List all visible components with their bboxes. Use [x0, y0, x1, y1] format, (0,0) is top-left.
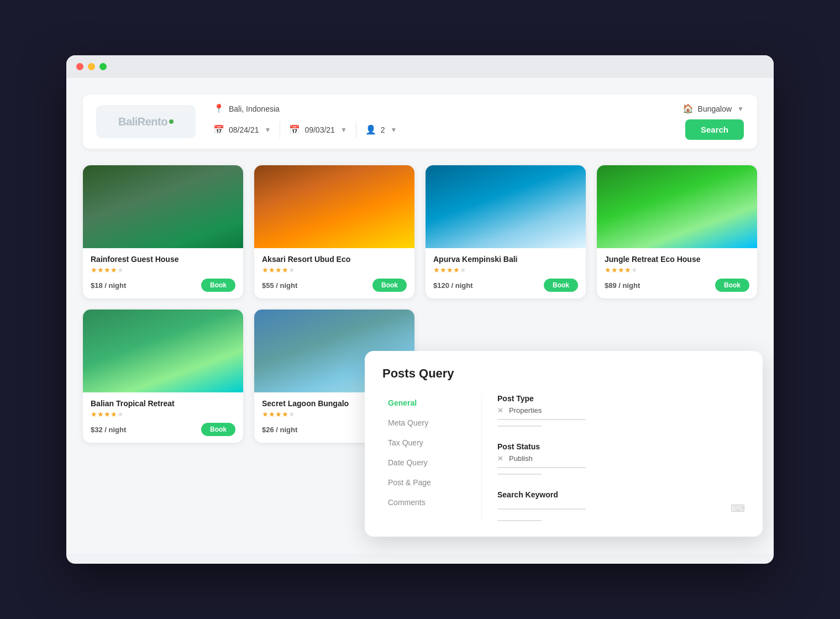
guests-field[interactable]: 👤 2 ▼ — [365, 124, 397, 135]
property-card: Jungle Retreat Eco House ★★★★★ $89 / nig… — [597, 165, 757, 298]
star-filled: ★ — [618, 266, 624, 274]
card-body-4: Balian Tropical Retreat ★★★★★ $32 / nigh… — [83, 392, 243, 443]
book-button-0[interactable]: Book — [201, 279, 235, 292]
field-label-0: Post Type — [497, 394, 745, 403]
book-button-1[interactable]: Book — [372, 279, 407, 292]
card-price-2: $120 / night — [433, 281, 473, 290]
navbar: BaliRento 📍 Bali, Indonesia 🏠 Bungalow ▼ — [83, 95, 757, 149]
tag-x-0[interactable]: ✕ — [497, 406, 503, 415]
star-filled: ★ — [262, 410, 269, 418]
card-price-1: $55 / night — [262, 281, 297, 290]
field-row-2: Search Keyword ⌨ — [497, 490, 745, 521]
card-price-3: $89 / night — [605, 281, 640, 290]
star-filled: ★ — [624, 266, 631, 274]
star-filled: ★ — [97, 410, 104, 418]
calendar-in-icon: 📅 — [213, 124, 224, 135]
property-card: Aksari Resort Ubud Eco ★★★★★ $55 / night… — [254, 165, 414, 298]
dot-yellow[interactable] — [88, 63, 95, 70]
panel-nav-item-5[interactable]: Comments — [382, 494, 470, 511]
star-filled: ★ — [97, 266, 104, 274]
logo: BaliRento — [96, 105, 196, 138]
panel-nav: GeneralMeta QueryTax QueryDate QueryPost… — [382, 394, 482, 521]
field-label-1: Post Status — [497, 442, 745, 451]
card-stars-0: ★★★★★ — [91, 266, 235, 274]
star-empty: ★ — [631, 266, 638, 274]
star-filled: ★ — [282, 266, 288, 274]
book-button-3[interactable]: Book — [715, 279, 749, 292]
checkout-field[interactable]: 📅 09/03/21 ▼ — [289, 124, 347, 135]
card-body-0: Rainforest Guest House ★★★★★ $18 / night… — [83, 248, 243, 298]
star-filled: ★ — [611, 266, 618, 274]
divider-1 — [280, 122, 280, 138]
card-image-1 — [254, 165, 414, 248]
field-underline-0 — [497, 419, 586, 420]
panel-fields: Post Type ✕ Properties Post Status ✕ Pub… — [482, 394, 745, 521]
star-filled: ★ — [447, 266, 453, 274]
star-empty: ★ — [117, 266, 124, 274]
card-stars-4: ★★★★★ — [91, 410, 235, 418]
dot-green[interactable] — [99, 63, 107, 70]
panel-nav-item-1[interactable]: Meta Query — [382, 414, 470, 432]
keyword-underline — [497, 508, 586, 510]
browser-window: BaliRento 📍 Bali, Indonesia 🏠 Bungalow ▼ — [66, 55, 774, 564]
card-image-3 — [597, 165, 757, 248]
calendar-out-icon: 📅 — [289, 124, 300, 135]
star-empty: ★ — [288, 410, 295, 418]
card-stars-2: ★★★★★ — [433, 266, 578, 274]
guests-icon: 👤 — [365, 124, 376, 135]
card-body-1: Aksari Resort Ubud Eco ★★★★★ $55 / night… — [254, 248, 414, 298]
checkout-arrow: ▼ — [340, 126, 347, 134]
field-row-0: Post Type ✕ Properties — [497, 394, 745, 427]
panel-nav-item-0[interactable]: General — [382, 394, 470, 412]
location-field[interactable]: 📍 Bali, Indonesia — [213, 103, 280, 114]
star-filled: ★ — [440, 266, 447, 274]
star-empty: ★ — [460, 266, 466, 274]
property-type-field[interactable]: 🏠 Bungalow ▼ — [683, 103, 744, 114]
logo-dot — [169, 119, 174, 124]
keyboard-icon: ⌨ — [731, 502, 745, 515]
navbar-row-2: 📅 08/24/21 ▼ 📅 09/03/21 ▼ 👤 2 ▼ — [213, 119, 744, 140]
star-filled: ★ — [282, 410, 288, 418]
card-stars-3: ★★★★★ — [605, 266, 749, 274]
star-filled: ★ — [453, 266, 460, 274]
guests-arrow: ▼ — [391, 126, 397, 134]
star-filled: ★ — [275, 266, 282, 274]
checkin-arrow: ▼ — [265, 126, 271, 134]
field-tag-row-0: ✕ Properties — [497, 406, 745, 415]
checkin-value: 08/24/21 — [229, 125, 259, 134]
panel-body: GeneralMeta QueryTax QueryDate QueryPost… — [382, 394, 745, 521]
location-value: Bali, Indonesia — [229, 104, 280, 113]
field-row-1: Post Status ✕ Publish — [497, 442, 745, 475]
property-type-arrow: ▼ — [737, 105, 744, 113]
card-footer-2: $120 / night Book — [433, 279, 578, 292]
card-stars-1: ★★★★★ — [262, 266, 407, 274]
keyword-underline-short — [497, 520, 542, 521]
star-filled: ★ — [91, 266, 97, 274]
home-icon: 🏠 — [683, 103, 694, 114]
book-button-2[interactable]: Book — [544, 279, 578, 292]
field-tag-0: Properties — [509, 406, 542, 415]
navbar-row-1: 📍 Bali, Indonesia 🏠 Bungalow ▼ — [213, 103, 744, 114]
card-title-3: Jungle Retreat Eco House — [605, 255, 749, 264]
star-filled: ★ — [275, 410, 282, 418]
card-title-0: Rainforest Guest House — [91, 255, 235, 264]
card-footer-1: $55 / night Book — [262, 279, 407, 292]
field-underline-1 — [497, 467, 586, 468]
star-filled: ★ — [111, 266, 117, 274]
tag-x-1[interactable]: ✕ — [497, 454, 503, 463]
card-title-1: Aksari Resort Ubud Eco — [262, 255, 407, 264]
panel-title: Posts Query — [382, 366, 745, 381]
card-image-2 — [426, 165, 586, 248]
search-keyword-row: ⌨ — [497, 502, 745, 515]
book-button-4[interactable]: Book — [201, 423, 235, 436]
search-button[interactable]: Search — [685, 119, 744, 140]
checkin-field[interactable]: 📅 08/24/21 ▼ — [213, 124, 271, 135]
guests-value: 2 — [381, 125, 385, 134]
dot-red[interactable] — [76, 63, 83, 70]
logo-text: BaliRento — [118, 116, 167, 128]
field-tag-1: Publish — [509, 454, 533, 463]
panel-nav-item-4[interactable]: Post & Page — [382, 474, 470, 491]
star-filled: ★ — [605, 266, 611, 274]
panel-nav-item-3[interactable]: Date Query — [382, 454, 470, 471]
panel-nav-item-2[interactable]: Tax Query — [382, 434, 470, 452]
